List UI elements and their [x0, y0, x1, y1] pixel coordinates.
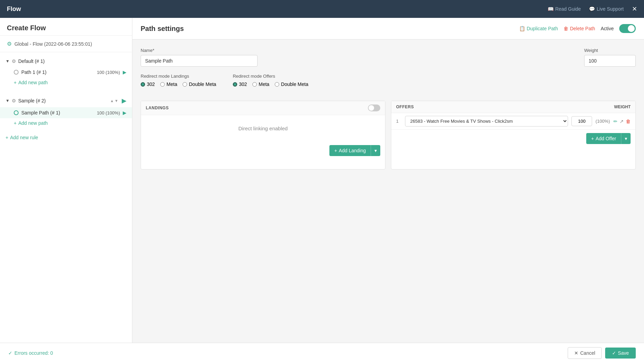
path-item[interactable]: Path 1 (# 1) 100 (100%) ▶ — [0, 67, 132, 78]
top-nav: Flow 📖 Read Guide 💬 Live Support ✕ — [0, 0, 644, 18]
rule-default: ▼ ⚙ Default (# 1) Path 1 (# 1) 100 (100%… — [0, 52, 132, 91]
live-support-link[interactable]: 💬 Live Support — [589, 6, 624, 12]
add-offer-button[interactable]: + Add Offer ▾ — [586, 133, 631, 144]
rule-sample: ▼ ⚙ Sample (# 2) ▲ ▼ ▶ Sample Path (# 1)… — [0, 91, 132, 131]
direct-linking-message: Direct linking enabled — [141, 115, 385, 142]
header-actions: 📋 Duplicate Path 🗑 Delete Path Active — [519, 24, 636, 33]
app-title: Flow — [7, 6, 21, 13]
redirect-offers-section: Redirect mode Offers 302 Meta Double Met… — [233, 74, 308, 87]
name-group: Name* — [141, 48, 579, 67]
offers-panel-header: OFFERS WEIGHT — [391, 101, 635, 113]
active-toggle[interactable] — [619, 24, 636, 33]
offers-footer: + Add Offer ▾ — [391, 130, 635, 147]
plus-icon-landing: + — [334, 148, 337, 153]
read-guide-link[interactable]: 📖 Read Guide — [548, 6, 581, 12]
weight-label: Weight — [584, 48, 636, 53]
radio-302-landings[interactable]: 302 — [141, 81, 155, 87]
name-input[interactable] — [141, 55, 258, 67]
nav-links: 📖 Read Guide 💬 Live Support ✕ — [548, 5, 637, 13]
rule-sample-label: Sample (# 2) — [18, 98, 108, 103]
landings-footer: + Add Landing ▾ — [141, 142, 385, 160]
path-name-sample: Sample Path (# 1) — [21, 110, 97, 116]
errors-message: ✓ Errors occurred: 0 — [8, 350, 53, 356]
active-label: Active — [601, 26, 614, 31]
delete-path-link[interactable]: 🗑 Delete Path — [564, 26, 595, 31]
add-offer-main[interactable]: + Add Offer — [586, 133, 621, 144]
delete-offer-button[interactable]: 🗑 — [626, 119, 631, 124]
path-weight: 100 (100%) — [97, 70, 120, 75]
path-radio — [14, 70, 19, 75]
down-icon[interactable]: ▼ — [114, 99, 118, 103]
sidebar-title: Create Flow — [0, 18, 132, 36]
play-icon-path[interactable]: ▶ — [123, 110, 127, 116]
add-path-button-default[interactable]: + Add new path — [0, 78, 132, 87]
gear-icon[interactable]: ⚙ — [12, 58, 16, 64]
add-landing-dropdown[interactable]: ▾ — [371, 145, 380, 156]
redirect-modes-row: Redirect mode Landings 302 Meta Double M… — [141, 74, 636, 94]
save-button[interactable]: ✓ Save — [605, 348, 636, 359]
radio-meta-offers[interactable]: Meta — [252, 81, 269, 87]
add-landing-main[interactable]: + Add Landing — [329, 145, 371, 156]
rule-sample-header: ▼ ⚙ Sample (# 2) ▲ ▼ ▶ — [0, 94, 132, 107]
main-layout: Create Flow ⚙ Global - Flow (2022-06-06 … — [0, 18, 644, 343]
trash-icon: 🗑 — [564, 26, 568, 31]
landings-title: LANDINGS — [146, 106, 169, 110]
weight-col-label: WEIGHT — [614, 104, 631, 109]
add-offer-dropdown[interactable]: ▾ — [621, 133, 631, 144]
chevron-down-icon[interactable]: ▼ — [6, 59, 10, 64]
sidebar: Create Flow ⚙ Global - Flow (2022-06-06 … — [0, 18, 132, 343]
add-landing-button[interactable]: + Add Landing ▾ — [329, 145, 380, 156]
panels-row: LANDINGS Direct linking enabled + Add La… — [141, 101, 636, 169]
offer-num: 1 — [396, 119, 402, 124]
offers-title: OFFERS — [396, 104, 414, 109]
play-icon[interactable]: ▶ — [123, 69, 127, 75]
edit-offer-button[interactable]: ✏ — [613, 119, 618, 124]
offer-row: 1 26583 - Watch Free Movies & TV Shows -… — [391, 113, 635, 130]
plus-icon-offer: + — [591, 136, 594, 141]
cancel-button[interactable]: ✕ Cancel — [568, 347, 602, 359]
bottom-actions: ✕ Cancel ✓ Save — [568, 347, 636, 359]
radio-doublemeta-offers[interactable]: Double Meta — [275, 81, 308, 87]
plus-icon: + — [14, 80, 17, 85]
external-link-icon[interactable]: ↗ — [620, 119, 624, 124]
duplicate-path-link[interactable]: 📋 Duplicate Path — [519, 26, 558, 31]
offer-actions: ✏ ↗ 🗑 — [613, 119, 631, 124]
landings-toggle[interactable] — [368, 104, 380, 111]
weight-input[interactable] — [584, 55, 636, 67]
chat-icon: 💬 — [589, 6, 595, 12]
offer-pct: (100%) — [596, 119, 610, 124]
weight-group: Weight — [584, 48, 636, 67]
content-header: Path settings 📋 Duplicate Path 🗑 Delete … — [132, 18, 644, 40]
path-item-sample[interactable]: Sample Path (# 1) 100 (100%) ▶ — [0, 107, 132, 118]
offers-panel: OFFERS WEIGHT 1 26583 - Watch Free Movie… — [391, 101, 636, 169]
name-label: Name* — [141, 48, 579, 53]
add-rule-button[interactable]: + Add new rule — [0, 131, 132, 144]
page-title: Path settings — [141, 25, 519, 33]
up-icon[interactable]: ▲ — [110, 99, 114, 103]
redirect-landings-section: Redirect mode Landings 302 Meta Double M… — [141, 74, 216, 87]
play-icon-rule[interactable]: ▶ — [122, 97, 127, 104]
redirect-offers-options: 302 Meta Double Meta — [233, 81, 308, 87]
bottom-bar: ✓ Errors occurred: 0 ✕ Cancel ✓ Save — [0, 343, 644, 363]
landings-panel: LANDINGS Direct linking enabled + Add La… — [141, 101, 385, 169]
add-path-button-sample[interactable]: + Add new path — [0, 118, 132, 128]
content-area: Path settings 📋 Duplicate Path 🗑 Delete … — [132, 18, 644, 343]
gear-icon-2[interactable]: ⚙ — [12, 98, 16, 103]
check-save-icon: ✓ — [612, 350, 616, 356]
redirect-landings-label: Redirect mode Landings — [141, 74, 216, 79]
rule-default-header: ▼ ⚙ Default (# 1) — [0, 56, 132, 67]
radio-302-offers[interactable]: 302 — [233, 81, 247, 87]
offer-select[interactable]: 26583 - Watch Free Movies & TV Shows - C… — [405, 116, 568, 126]
x-icon: ✕ — [574, 350, 578, 356]
radio-meta-landings[interactable]: Meta — [160, 81, 177, 87]
radio-doublemeta-landings[interactable]: Double Meta — [183, 81, 216, 87]
path-radio-sample — [14, 110, 19, 115]
global-flow-item[interactable]: ⚙ Global - Flow (2022-06-06 23:55:01) — [0, 36, 132, 52]
path-settings-form: Name* Weight Redirect mode Landings 302 — [132, 40, 644, 343]
offer-weight-input[interactable] — [571, 116, 592, 126]
close-button[interactable]: ✕ — [632, 5, 637, 13]
chevron-down-icon-2[interactable]: ▼ — [6, 98, 10, 103]
landings-panel-header: LANDINGS — [141, 101, 385, 115]
up-down-controls: ▲ ▼ — [110, 99, 118, 103]
network-icon: ⚙ — [7, 41, 12, 47]
